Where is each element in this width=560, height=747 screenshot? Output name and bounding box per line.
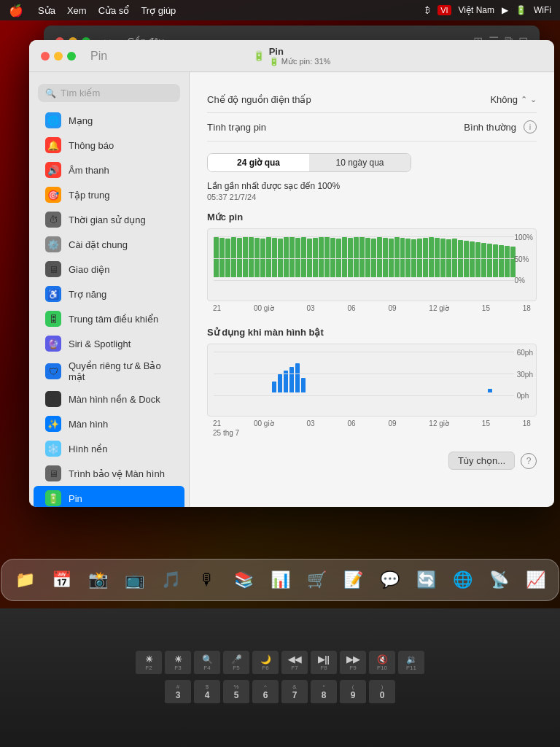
dock-icon-appstore[interactable]: 🛒 (300, 564, 332, 596)
sidebar-item-tap-trung[interactable]: 🎯 Tập trung (34, 182, 184, 207)
usage-grid-bottom (214, 395, 514, 396)
minimize-button[interactable] (54, 52, 63, 61)
key-f7[interactable]: ◀◀F7 (281, 651, 308, 676)
dock-icon-photos[interactable]: 📸 (82, 564, 114, 596)
x-label-06: 06 (347, 304, 355, 312)
key-f10[interactable]: 🔇F10 (369, 651, 395, 676)
dock-icon-messages[interactable]: 💬 (373, 564, 405, 596)
key-8[interactable]: *8 (311, 680, 337, 705)
battery-bar (231, 237, 236, 277)
key-3[interactable]: #3 (165, 680, 191, 705)
key-f8[interactable]: ▶||F8 (311, 651, 337, 676)
menu-xem[interactable]: Xem (67, 5, 87, 16)
key-f2[interactable]: ☀F2 (136, 651, 162, 676)
key-6[interactable]: ^6 (252, 680, 279, 705)
battery-bar (313, 238, 318, 277)
dock-icon-music[interactable]: 🎵 (155, 564, 187, 596)
battery-bar (446, 239, 451, 277)
menu-cua-so[interactable]: Cửa sổ (98, 5, 130, 16)
sidebar-item-trung-tam[interactable]: 🎛 Trung tâm điều khiển (34, 306, 184, 331)
dock-icon-excel[interactable]: 📈 (519, 564, 551, 596)
sidebar-item-giao-dien[interactable]: 🖥 Giao diện (34, 257, 184, 282)
sidebar-item-man-hinh[interactable]: ✨ Màn hình (34, 411, 184, 436)
apple-menu[interactable]: 🍎 (9, 4, 23, 18)
y-label-50: 50% (514, 255, 533, 263)
sidebar-item-hinh-nen[interactable]: ❄️ Hình nền (34, 436, 184, 461)
dock-icon-books[interactable]: 📚 (228, 564, 260, 596)
key-4[interactable]: $4 (194, 680, 220, 705)
key-7[interactable]: &7 (281, 680, 308, 705)
tab-10d[interactable]: 10 ngày qua (309, 154, 411, 171)
search-container[interactable]: 🔍 Tìm kiếm (38, 84, 180, 102)
menubar-right: ₿ VI Việt Nam ▶ 🔋 WiFi (425, 5, 551, 15)
usage-bar (301, 378, 306, 392)
dock-icon-chrome[interactable]: 🌐 (446, 564, 478, 596)
x-label-18: 18 (523, 304, 531, 312)
key-f5[interactable]: 🎤F5 (223, 651, 249, 676)
battery-bar (389, 239, 394, 277)
menu-sua[interactable]: Sửa (38, 5, 55, 16)
wifi-icon[interactable]: WiFi (534, 5, 551, 15)
sidebar-label-siri: Siri & Spotlight (69, 338, 131, 349)
battery-bar (354, 237, 359, 277)
x-label-09: 09 (388, 304, 396, 312)
usage-y-label-60ph: 60ph (517, 349, 533, 357)
sidebar-item-cai-dat-chung[interactable]: ⚙️ Cài đặt chung (34, 232, 184, 257)
usage-bar (295, 363, 300, 392)
sidebar-item-tro-nang[interactable]: ♿ Trợ năng (34, 282, 184, 306)
play-icon[interactable]: ▶ (502, 5, 508, 15)
help-button[interactable]: ? (521, 453, 537, 469)
key-9[interactable]: (9 (340, 680, 366, 705)
dock-icon-bluetooth[interactable]: 📡 (483, 564, 515, 596)
sidebar-item-thong-bao[interactable]: 🔔 Thông báo (34, 133, 184, 158)
key-0[interactable]: )0 (369, 680, 395, 705)
key-f4[interactable]: 🔍F4 (194, 651, 220, 676)
sidebar-item-pin[interactable]: 🔋 Pin (34, 486, 184, 507)
key-5[interactable]: %5 (223, 680, 249, 705)
key-f11[interactable]: 🔉F11 (398, 651, 424, 676)
sidebar-item-am-thanh[interactable]: 🔊 Âm thanh (34, 158, 184, 182)
dock-icon-word[interactable]: 📝 (337, 564, 369, 596)
cai-dat-icon: ⚙️ (45, 236, 61, 252)
menu-tro-giup[interactable]: Trợ giúp (141, 5, 176, 16)
tro-nang-icon: ♿ (45, 286, 61, 302)
battery-bar (440, 239, 446, 277)
battery-bar (289, 236, 295, 277)
language-indicator[interactable]: VI (438, 5, 451, 15)
key-f3[interactable]: ☀F3 (165, 651, 191, 676)
sidebar-item-thoi-gian[interactable]: ⏱ Thời gian sử dụng (34, 207, 184, 232)
dock-icon-podcasts[interactable]: 🎙 (191, 564, 223, 596)
window-controls[interactable] (41, 52, 76, 61)
battery-bar (405, 239, 411, 277)
key-f6[interactable]: 🌙F6 (252, 651, 279, 676)
time-tabs[interactable]: 24 giờ qua 10 ngày qua (207, 153, 411, 172)
sidebar-item-mang[interactable]: 🌐 Mạng (34, 108, 184, 133)
close-button[interactable] (41, 52, 50, 61)
sidebar-item-siri[interactable]: 🔮 Siri & Spotlight (34, 331, 184, 356)
battery-icon[interactable]: 🔋 (516, 5, 526, 15)
dock-icon-timing[interactable]: 🔄 (410, 564, 442, 596)
sidebar-item-quyen-rieng-tu[interactable]: 🛡 Quyền riêng tư & Bảo mật (34, 356, 184, 387)
bluetooth-icon[interactable]: ₿ (425, 5, 430, 15)
dock-icon-finder[interactable]: 📁 (9, 564, 41, 596)
dock-icon-appletv[interactable]: 📺 (118, 564, 150, 596)
sidebar-item-trinh-bao-ve[interactable]: 🖥 Trình bảo vệ Màn hình (34, 461, 184, 486)
last-charge-label: Lần gần nhất được sạc đến 100% (207, 181, 537, 191)
content-area: 🔍 Tìm kiếm 🌐 Mạng 🔔 Thông báo 🔊 Âm thanh… (29, 72, 554, 507)
battery-bar (417, 239, 422, 277)
battery-bar (278, 239, 283, 277)
search-input[interactable]: Tìm kiếm (61, 88, 100, 98)
tab-24h[interactable]: 24 giờ qua (208, 154, 309, 171)
dock-icon-numbers[interactable]: 📊 (264, 564, 296, 596)
nav-back-button[interactable]: Pin (90, 50, 107, 63)
battery-level-chart: 100% 50% 0% (207, 228, 537, 301)
maximize-button[interactable] (67, 52, 76, 61)
tuy-chon-button[interactable]: Tùy chọn... (448, 452, 515, 470)
sidebar-label-trinh-bao-ve: Trình bảo vệ Màn hình (69, 468, 165, 479)
battery-bar (359, 236, 365, 277)
power-mode-value[interactable]: Không ⌃ ⌄ (490, 94, 537, 105)
battery-info-button[interactable]: i (524, 120, 537, 133)
sidebar-item-man-hinh-dock[interactable]: 🖥 Màn hình nền & Dock (34, 387, 184, 411)
dock-icon-calendar[interactable]: 📅 (45, 564, 77, 596)
key-f9[interactable]: ▶▶F9 (340, 651, 366, 676)
